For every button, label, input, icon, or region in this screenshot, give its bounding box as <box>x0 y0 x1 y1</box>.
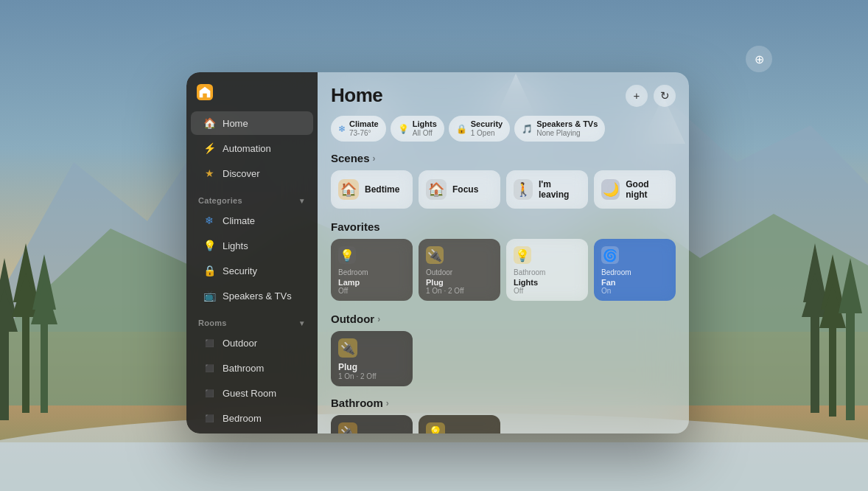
outdoor-plug-name: Plug <box>338 362 405 372</box>
security-icon: 🔒 <box>203 264 216 277</box>
fav-fan-room: Bedroom <box>601 268 668 276</box>
fav-lamp-status: Off <box>338 287 405 295</box>
sidebar-logo <box>186 81 318 111</box>
scene-goodnight-icon: 🌙 <box>601 179 620 200</box>
device-bathroom-outlet[interactable]: 🔌 Outlet Off <box>331 415 413 433</box>
status-chips: ❄ Climate 73-76° 💡 Lights All Off 🔒 Secu… <box>331 116 676 142</box>
fav-plug-icon: 🔌 <box>426 246 444 264</box>
chip-lights[interactable]: 💡 Lights All Off <box>391 116 444 142</box>
device-outdoor-plug[interactable]: 🔌 Plug 1 On · 2 Off <box>331 331 413 386</box>
chip-lights-label: Lights <box>413 119 437 129</box>
categories-label: Categories <box>198 196 242 205</box>
app-logo-icon <box>197 84 213 100</box>
guest-room-label: Guest Room <box>223 388 276 399</box>
sidebar-item-discover[interactable]: ★ Discover <box>191 161 313 185</box>
sidebar-item-guest-room[interactable]: ⬛ Guest Room <box>191 381 313 405</box>
outdoor-plug-icon: 🔌 <box>338 338 357 358</box>
chip-security[interactable]: 🔒 Security 1 Open <box>449 116 510 142</box>
corner-button[interactable]: ⊕ <box>746 46 772 72</box>
sidebar-item-climate[interactable]: ❄ Climate <box>191 209 313 232</box>
guest-room-icon: ⬛ <box>203 386 216 400</box>
chip-climate-icon: ❄ <box>338 124 346 134</box>
scene-focus-label: Focus <box>452 184 478 195</box>
scene-focus[interactable]: 🏠 Focus <box>419 170 500 209</box>
outdoor-room-title[interactable]: Outdoor › <box>331 313 676 325</box>
sidebar-item-home[interactable]: 🏠 Home <box>191 111 313 135</box>
sidebar-item-speakers-tvs[interactable]: 📺 Speakers & TVs <box>191 284 313 307</box>
add-button[interactable]: + <box>626 85 648 107</box>
favorites-title: Favorites <box>331 220 676 233</box>
bathroom-label: Bathroom <box>223 363 264 374</box>
fav-fan-name: Fan <box>601 278 668 287</box>
security-label: Security <box>223 265 257 276</box>
fav-plug-name: Plug <box>426 278 493 287</box>
bathroom-arrow: › <box>386 398 389 408</box>
chip-climate[interactable]: ❄ Climate 73-76° <box>331 116 386 142</box>
chip-climate-sub: 73-76° <box>349 129 379 138</box>
room-bathroom: Bathroom › 🔌 Outlet Off 💡 Lights Off <box>331 397 676 433</box>
outdoor-arrow: › <box>377 314 380 324</box>
sidebar-item-living-room[interactable]: ⬛ Living Room <box>191 431 313 433</box>
rooms-chevron: ▼ <box>298 319 306 327</box>
chip-lights-sub: All Off <box>413 129 437 138</box>
refresh-button[interactable]: ↻ <box>654 85 676 107</box>
fav-fan-status: On <box>601 287 668 295</box>
sidebar-item-security[interactable]: 🔒 Security <box>191 259 313 282</box>
chip-speakers-icon: 🎵 <box>522 124 533 134</box>
fav-bedroom-fan[interactable]: 🌀 Bedroom Fan On <box>594 239 676 301</box>
fav-bathroom-lights[interactable]: 💡 Bathroom Lights Off <box>506 239 588 301</box>
climate-label: Climate <box>223 215 255 226</box>
sidebar-item-outdoor[interactable]: ⬛ Outdoor <box>191 331 313 355</box>
device-bathroom-lights[interactable]: 💡 Lights Off <box>419 415 500 433</box>
speakers-label: Speakers & TVs <box>223 290 292 302</box>
bathroom-devices-grid: 🔌 Outlet Off 💡 Lights Off <box>331 415 676 433</box>
outdoor-devices-grid: 🔌 Plug 1 On · 2 Off <box>331 331 676 386</box>
bathroom-room-title[interactable]: Bathroom › <box>331 397 676 409</box>
sidebar-automation-label: Automation <box>223 143 271 154</box>
home-icon: 🏠 <box>203 116 216 130</box>
chip-climate-label: Climate <box>349 119 379 129</box>
categories-header[interactable]: Categories ▼ <box>186 189 318 208</box>
chip-speakers[interactable]: 🎵 Speakers & TVs None Playing <box>514 116 605 142</box>
outdoor-room-icon: ⬛ <box>203 336 216 349</box>
scene-focus-icon: 🏠 <box>426 179 447 200</box>
sidebar-item-lights[interactable]: 💡 Lights <box>191 234 313 257</box>
fav-outdoor-plug[interactable]: 🔌 Outdoor Plug 1 On · 2 Off <box>419 239 500 301</box>
scene-bedtime[interactable]: 🏠 Bedtime <box>331 170 413 209</box>
lights-icon: 💡 <box>203 239 216 252</box>
fav-bath-lights-status: Off <box>514 287 581 295</box>
bedroom-label: Bedroom <box>223 413 262 424</box>
lights-label: Lights <box>223 240 248 251</box>
rooms-header[interactable]: Rooms ▼ <box>186 311 318 330</box>
favorites-grid: 💡 Bedroom Lamp Off 🔌 Outdoor Plug 1 On ·… <box>331 239 676 301</box>
sidebar-item-bathroom[interactable]: ⬛ Bathroom <box>191 356 313 380</box>
sidebar-item-automation[interactable]: ⚡ Automation <box>191 136 313 160</box>
scenes-title[interactable]: Scenes › <box>331 152 676 164</box>
fav-bath-lights-name: Lights <box>514 278 581 287</box>
sidebar: 🏠 Home ⚡ Automation ★ Discover Categorie… <box>186 72 318 433</box>
fav-bath-lights-icon: 💡 <box>514 246 531 264</box>
automation-icon: ⚡ <box>203 142 216 155</box>
climate-icon: ❄ <box>203 214 216 227</box>
chip-speakers-sub: None Playing <box>536 129 598 138</box>
scene-goodnight[interactable]: 🌙 Good night <box>594 170 676 209</box>
scene-leaving[interactable]: 🚶 I'm leaving <box>506 170 588 209</box>
main-content: Home + ↻ ❄ Climate 73-76° 💡 Lights All O… <box>318 72 689 433</box>
app-window: 🏠 Home ⚡ Automation ★ Discover Categorie… <box>186 72 689 433</box>
bedroom-room-icon: ⬛ <box>203 411 216 425</box>
fav-plug-status: 1 On · 2 Off <box>426 287 493 295</box>
fav-lamp-icon: 💡 <box>338 246 356 264</box>
fav-bath-lights-room: Bathroom <box>514 268 581 276</box>
sidebar-item-bedroom[interactable]: ⬛ Bedroom <box>191 406 313 430</box>
page-title: Home <box>331 84 382 107</box>
fav-bedroom-lamp[interactable]: 💡 Bedroom Lamp Off <box>331 239 413 301</box>
sidebar-home-label: Home <box>223 118 248 129</box>
fav-plug-room: Outdoor <box>426 268 493 276</box>
chip-speakers-label: Speakers & TVs <box>536 119 598 129</box>
discover-icon: ★ <box>203 167 216 180</box>
scene-leaving-label: I'm leaving <box>539 179 581 200</box>
chip-lights-icon: 💡 <box>398 124 409 134</box>
scene-goodnight-label: Good night <box>626 179 668 200</box>
chip-security-sub: 1 Open <box>471 129 503 138</box>
outdoor-label: Outdoor <box>223 338 257 349</box>
